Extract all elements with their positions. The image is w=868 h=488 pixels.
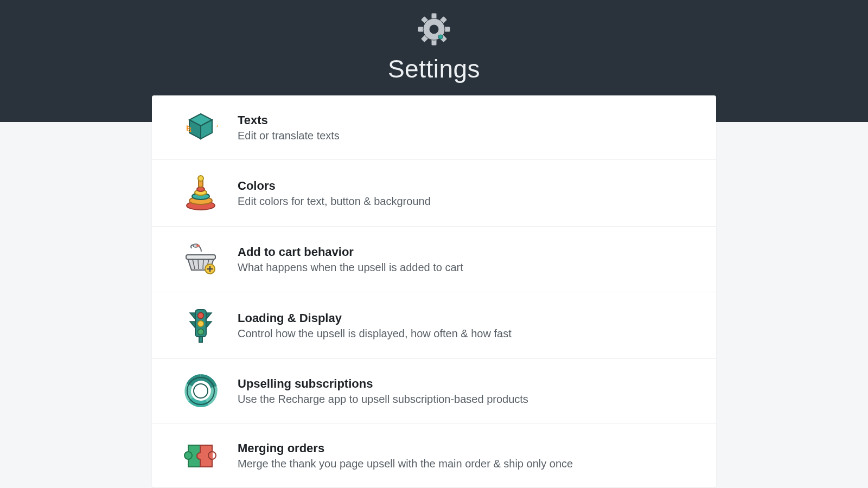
settings-item-texts[interactable]: B A Texts Edit or translate texts (152, 95, 716, 160)
settings-item-subscriptions[interactable]: Upselling subscriptions Use the Recharge… (152, 359, 716, 423)
item-desc: Use the Recharge app to upsell subscript… (238, 393, 700, 406)
svg-point-38 (198, 313, 204, 319)
item-desc: What happens when the upsell is added to… (238, 261, 700, 274)
svg-point-40 (198, 329, 204, 335)
svg-marker-34 (190, 313, 195, 319)
svg-rect-25 (186, 255, 215, 259)
svg-point-9 (430, 25, 438, 34)
settings-item-text: Texts Edit or translate texts (233, 113, 700, 142)
item-desc: Edit colors for text, button & backgroun… (238, 195, 700, 208)
settings-list: B A Texts Edit or translate texts Colors… (152, 95, 716, 487)
settings-item-text: Upselling subscriptions Use the Recharge… (233, 377, 700, 406)
svg-marker-37 (206, 322, 212, 328)
page-header: Settings (0, 0, 868, 84)
svg-marker-36 (190, 322, 195, 328)
svg-rect-41 (199, 337, 202, 342)
gear-icon (417, 12, 451, 47)
svg-point-39 (198, 321, 204, 327)
settings-item-loading-display[interactable]: Loading & Display Control how the upsell… (152, 292, 716, 359)
svg-point-22 (198, 176, 203, 181)
svg-line-27 (198, 259, 199, 269)
item-title: Texts (238, 113, 700, 127)
svg-marker-35 (206, 313, 212, 319)
item-title: Add to cart behavior (238, 245, 700, 259)
page-title: Settings (388, 54, 480, 84)
svg-point-42 (194, 384, 207, 397)
svg-point-45 (184, 452, 192, 459)
settings-item-text: Merging orders Merge the thank you page … (233, 441, 700, 470)
settings-item-text: Colors Edit colors for text, button & ba… (233, 179, 700, 208)
settings-item-text: Add to cart behavior What happens when t… (233, 245, 700, 274)
settings-item-text: Loading & Display Control how the upsell… (233, 311, 700, 340)
item-title: Upselling subscriptions (238, 377, 700, 391)
rings-icon (168, 175, 233, 211)
item-desc: Edit or translate texts (238, 130, 700, 142)
basket-icon (168, 242, 233, 277)
settings-item-colors[interactable]: Colors Edit colors for text, button & ba… (152, 160, 716, 227)
item-title: Merging orders (238, 441, 700, 455)
item-desc: Merge the thank you page upsell with the… (238, 458, 700, 470)
traffic-light-icon (168, 307, 233, 343)
item-title: Colors (238, 179, 700, 193)
svg-point-24 (196, 245, 200, 247)
item-title: Loading & Display (238, 311, 700, 325)
svg-point-10 (438, 35, 443, 39)
blocks-icon: B A (168, 111, 233, 144)
svg-point-20 (197, 187, 205, 191)
item-desc: Control how the upsell is displayed, how… (238, 328, 700, 340)
puzzle-icon (168, 439, 233, 472)
cycle-icon (168, 374, 233, 408)
svg-text:A: A (216, 118, 218, 129)
svg-line-28 (203, 259, 203, 269)
settings-item-merging-orders[interactable]: Merging orders Merge the thank you page … (152, 423, 716, 487)
settings-item-add-to-cart[interactable]: Add to cart behavior What happens when t… (152, 227, 716, 292)
